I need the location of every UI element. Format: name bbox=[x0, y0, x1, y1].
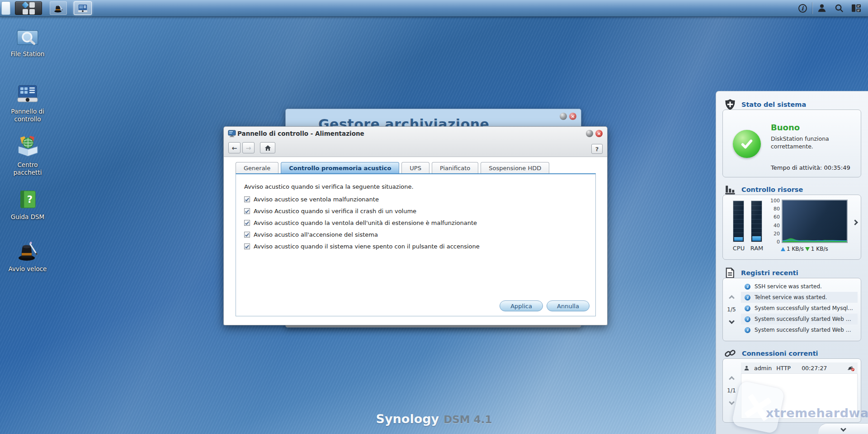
desktop-icon-label: Pannello di controllo bbox=[7, 108, 48, 123]
taskbar-control-panel-button[interactable] bbox=[74, 1, 92, 15]
tab-panel: Avviso acustico quando si verifica la se… bbox=[236, 173, 596, 316]
connection-protocol: HTTP bbox=[776, 365, 791, 372]
file-station-icon bbox=[15, 25, 40, 48]
page-up-icon[interactable] bbox=[729, 295, 735, 301]
status-value: Buono bbox=[771, 123, 800, 132]
cancel-button[interactable]: Annulla bbox=[547, 300, 590, 311]
control-panel-icon bbox=[15, 81, 40, 105]
page-indicator: 1/1 bbox=[727, 387, 736, 394]
search-button[interactable] bbox=[831, 1, 847, 15]
log-row[interactable]: i System successfully started Mysql... bbox=[741, 303, 858, 314]
desktop-background: i Fil bbox=[0, 0, 868, 434]
checkbox[interactable] bbox=[244, 220, 250, 226]
desktop-icon-file-station[interactable]: File Station bbox=[3, 25, 52, 58]
main-menu-button[interactable] bbox=[15, 1, 42, 15]
checkbox[interactable] bbox=[244, 243, 250, 249]
dialog-power-settings: Pannello di controllo - Alimentazione × … bbox=[223, 126, 608, 325]
dialog-title: Pannello di controllo - Alimentazione bbox=[237, 130, 364, 137]
system-status-header: Stato del sistema bbox=[724, 99, 806, 110]
svg-text:?: ? bbox=[27, 194, 33, 205]
user-icon bbox=[744, 365, 750, 371]
close-icon[interactable]: × bbox=[569, 113, 576, 120]
checkbox-row-power-off[interactable]: Avviso acustico quando il sistema viene … bbox=[244, 243, 480, 250]
checkbox-label: Avviso acustico quando il sistema viene … bbox=[254, 243, 480, 250]
desktop-icon-quick-start[interactable]: Avvio veloce bbox=[3, 239, 52, 273]
user-menu-button[interactable] bbox=[814, 1, 830, 15]
checkbox[interactable] bbox=[244, 232, 250, 238]
widget-sidebar: Stato del sistema Buono DiskStation funz… bbox=[716, 91, 868, 434]
help-button[interactable]: ? bbox=[591, 144, 603, 154]
magic-hat-icon bbox=[15, 239, 40, 262]
ram-gauge bbox=[751, 200, 762, 242]
info-icon: i bbox=[745, 295, 750, 300]
control-panel-small-icon bbox=[228, 130, 236, 138]
checkbox-row-expansion-fan[interactable]: Avviso acustico quando la ventola dell'u… bbox=[244, 219, 477, 226]
page-up-icon[interactable] bbox=[729, 376, 735, 382]
network-chart-axis: 100 80 60 40 20 0 bbox=[766, 198, 780, 245]
desktop-icon-dsm-help[interactable]: ? Guida DSM bbox=[3, 188, 52, 221]
info-icon: i bbox=[798, 4, 807, 13]
expand-chevron-icon[interactable] bbox=[852, 219, 858, 225]
tab-sospensione-hdd[interactable]: Sospensione HDD bbox=[481, 162, 549, 173]
upload-arrow-icon bbox=[781, 247, 785, 251]
status-good-icon bbox=[733, 130, 761, 158]
network-chart bbox=[782, 200, 848, 243]
pilot-view-button[interactable] bbox=[848, 1, 864, 15]
connection-user: admin bbox=[754, 365, 772, 372]
resource-monitor-box[interactable]: CPU RAM 100 80 60 40 20 0 1 KB/s 1 K bbox=[722, 195, 861, 260]
download-arrow-icon bbox=[805, 247, 810, 251]
checkbox-row-power-on[interactable]: Avviso acustico all'accensione del siste… bbox=[244, 231, 378, 238]
desktop-icon-control-panel[interactable]: Pannello di controllo bbox=[3, 81, 52, 123]
download-speed: 1 KB/s bbox=[811, 246, 828, 252]
checkbox-label: Avviso Acustico quando si verifica il cr… bbox=[254, 208, 416, 215]
home-button[interactable] bbox=[260, 142, 275, 153]
log-row[interactable]: i System successfully started Web S... bbox=[741, 314, 858, 324]
connection-row[interactable]: admin HTTP 00:27:27 bbox=[741, 362, 858, 373]
desktop-icon-label: File Station bbox=[3, 50, 52, 58]
tab-pianificato[interactable]: Pianificato bbox=[432, 162, 478, 173]
log-row[interactable]: i Telnet service was started. bbox=[741, 292, 858, 303]
tab-controllo-promemoria-acustico[interactable]: Controllo promemoria acustico bbox=[281, 162, 399, 173]
section-title: Registri recenti bbox=[741, 269, 798, 277]
log-row[interactable]: i System successfully started Web S... bbox=[741, 324, 858, 335]
package-center-icon bbox=[15, 134, 40, 158]
checkbox-row-volume-crash[interactable]: Avviso Acustico quando si verifica il cr… bbox=[244, 208, 416, 215]
page-down-icon[interactable] bbox=[729, 318, 735, 324]
back-button[interactable]: ← bbox=[228, 142, 241, 153]
checkbox[interactable] bbox=[244, 196, 250, 202]
page-down-icon[interactable] bbox=[729, 399, 735, 405]
desktop-icon-label: Guida DSM bbox=[3, 213, 52, 221]
disconnect-icon[interactable] bbox=[847, 365, 855, 372]
minimize-button[interactable] bbox=[586, 130, 593, 137]
tab-ups[interactable]: UPS bbox=[401, 162, 429, 173]
info-icon: i bbox=[745, 305, 750, 311]
magic-hat-icon bbox=[53, 3, 64, 14]
help-book-icon: ? bbox=[16, 188, 39, 210]
desktop-icon-label: Avvio veloce bbox=[3, 265, 52, 273]
taskbar-separator bbox=[812, 2, 813, 14]
close-icon[interactable]: × bbox=[595, 130, 603, 137]
control-panel-icon bbox=[77, 3, 89, 14]
sidebar-collapse-tab[interactable] bbox=[818, 423, 868, 434]
info-icon: i bbox=[745, 327, 750, 333]
checkbox-row-fan-malfunction[interactable]: Avviso acustico se ventola malfunzionant… bbox=[244, 196, 379, 203]
show-desktop-button[interactable] bbox=[1, 1, 10, 15]
dialog-titlebar[interactable]: Pannello di controllo - Alimentazione × bbox=[224, 127, 607, 140]
tab-generale[interactable]: Generale bbox=[236, 162, 278, 173]
checkbox-label: Avviso acustico quando la ventola dell'u… bbox=[254, 219, 477, 226]
taskbar-quick-start-button[interactable] bbox=[50, 1, 67, 15]
system-status-box: Buono DiskStation funziona correttamente… bbox=[722, 110, 861, 177]
resource-monitor-header: Controllo risorse bbox=[724, 184, 803, 196]
widgets-icon bbox=[851, 4, 861, 13]
minimize-button[interactable] bbox=[560, 113, 567, 120]
status-description: DiskStation funziona correttamente. bbox=[771, 135, 848, 151]
shield-icon bbox=[724, 99, 736, 110]
main-menu-icon bbox=[23, 2, 35, 14]
dialog-content: Generale Controllo promemoria acustico U… bbox=[224, 157, 607, 325]
checkbox[interactable] bbox=[244, 208, 250, 214]
apply-button[interactable]: Applica bbox=[500, 300, 543, 311]
desktop-icon-package-center[interactable]: Centro pacchetti bbox=[3, 134, 52, 176]
forward-button[interactable]: → bbox=[242, 142, 255, 153]
log-row[interactable]: i SSH service was started. bbox=[741, 281, 858, 292]
info-button[interactable]: i bbox=[795, 1, 810, 15]
